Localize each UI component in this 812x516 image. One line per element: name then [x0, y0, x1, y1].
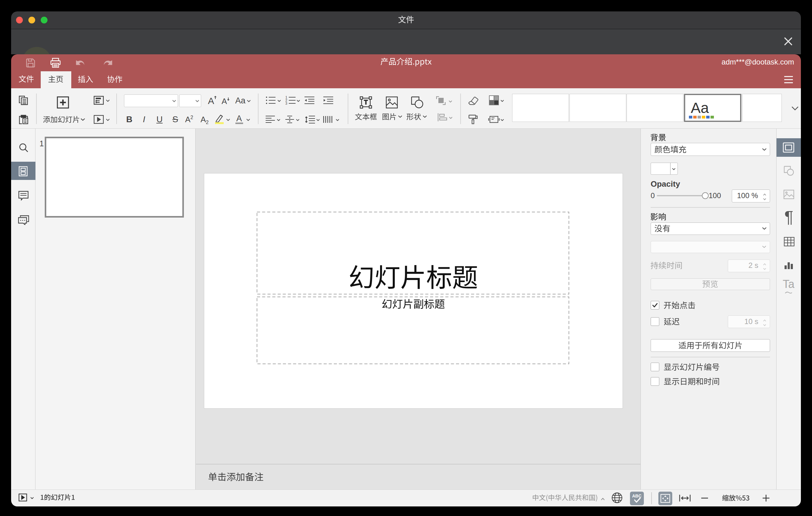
svg-text:3: 3 [285, 102, 287, 105]
